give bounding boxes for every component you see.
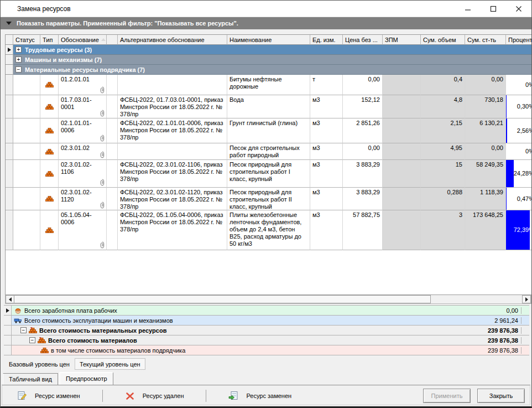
apply-button[interactable]: Применить	[423, 389, 471, 403]
header-price[interactable]: Цена без ...	[343, 35, 383, 45]
name-cell[interactable]: Битумы нефтяные дорожные	[227, 75, 310, 95]
name-cell[interactable]: Плиты железобетонные ленточных фундамент…	[227, 210, 310, 250]
basis-code: 02.3.01.02-1120	[61, 189, 92, 203]
alt-basis-cell[interactable]	[118, 75, 227, 95]
group-row-machines[interactable]: + Машины и механизмы (7)	[6, 55, 531, 65]
percent-label: 0,30%	[517, 103, 531, 110]
unit-cell[interactable]: м3	[310, 143, 343, 160]
unit-cell[interactable]: т	[310, 75, 343, 95]
alt-basis-cell[interactable]: ФСБЦ-2022, 02.3.01.02-1106, приказ Минст…	[118, 160, 227, 188]
group-row-labor[interactable]: + Трудовые ресурсы (3)	[6, 45, 531, 55]
name-cell[interactable]: Грунт глинистый (глина)	[227, 118, 310, 143]
basis-cell[interactable]: 02.3.01.02	[59, 143, 107, 160]
unit-cell[interactable]: м3	[310, 188, 343, 210]
unit-cell[interactable]: м3	[310, 210, 343, 250]
titlebar[interactable]: Замена ресурсов	[1, 1, 531, 17]
basis-cell[interactable]: 01.2.01.01	[59, 75, 107, 95]
material-bricks-icon	[45, 148, 54, 155]
price-cell[interactable]: 152,12	[343, 95, 383, 118]
price-cell[interactable]: 3 883,29	[343, 188, 383, 210]
scrollbar-track[interactable]	[431, 295, 522, 303]
price-cell[interactable]: 0,00	[343, 75, 383, 95]
name-cell[interactable]: Песок природный для строительных работ I…	[227, 188, 310, 210]
basis-cell[interactable]: 02.3.01.02-1120	[59, 188, 107, 210]
sum-cost-cell: 173 648,25	[465, 210, 506, 250]
header-alt-basis[interactable]: Альтернативное обоснование	[118, 35, 227, 45]
unit-cell[interactable]: м3	[310, 160, 343, 188]
header-sum-volume[interactable]: Сум. объем	[421, 35, 465, 45]
header-basis[interactable]: Обоснование	[59, 35, 107, 45]
total-material-resources-row[interactable]: − Σ Всего стоимость материальных ресурсо…	[4, 326, 529, 335]
total-value: 2 961,24	[422, 317, 521, 324]
filter-parameters-bar[interactable]: Показать параметры. Примененный фильтр: …	[1, 17, 531, 29]
resource-row[interactable]: 01.7.03.01-0001 ФСБЦ-2022, 01.7.03.01-00…	[6, 95, 531, 118]
close-dialog-button[interactable]: Закрыть	[477, 389, 525, 403]
expand-button[interactable]: +	[15, 47, 22, 53]
name-cell[interactable]: Песок для строительных работ природный	[227, 143, 310, 160]
collapse-button[interactable]: −	[20, 327, 27, 333]
header-zpm[interactable]: ЗПМ	[383, 35, 421, 45]
tab-base-price-level[interactable]: Базовый уровень цен	[4, 358, 75, 370]
resource-row[interactable]: 01.2.01.01 Битумы нефтяные дорожные т 0,…	[6, 75, 531, 95]
total-materials-row[interactable]: − Σ Всего стоимость материалов 239 876,3…	[4, 335, 529, 345]
alt-basis-cell[interactable]: ФСБЦ-2022, 02.1.01.01-0006, приказ Минст…	[118, 118, 227, 143]
tab-table-view[interactable]: Табличный вид	[3, 373, 58, 385]
basis-cell[interactable]: 02.3.01.02-1106	[59, 160, 107, 188]
scroll-left-button[interactable]	[6, 295, 14, 303]
unit-cell[interactable]: м3	[310, 95, 343, 118]
legend-resource-replaced: Ресурс заменен	[228, 391, 291, 401]
header-type[interactable]: Тип	[40, 35, 59, 45]
header-attachment[interactable]	[107, 35, 118, 45]
basis-cell[interactable]: 05.1.05.04-0006	[59, 210, 107, 250]
name-cell[interactable]: Вода	[227, 95, 310, 118]
collapse-button[interactable]: −	[15, 66, 22, 73]
price-cell[interactable]: 0,00	[343, 143, 383, 160]
header-unit[interactable]: Ед. изм.	[310, 35, 343, 45]
alt-basis-cell[interactable]: ФСБЦ-2022, 02.3.01.02-1120, приказ Минст…	[118, 188, 227, 210]
total-wages-row[interactable]: Всего заработная плата рабочих 0,00	[4, 306, 529, 316]
collapse-button[interactable]: −	[29, 337, 35, 343]
zpm-cell	[383, 210, 421, 250]
alt-basis-cell[interactable]	[118, 143, 227, 160]
scroll-right-button[interactable]	[522, 295, 531, 303]
close-button[interactable]	[506, 1, 531, 17]
minimize-button[interactable]	[455, 1, 481, 17]
total-machines-row[interactable]: Всего стоимость эксплуатации машин и мех…	[4, 316, 529, 326]
header-sum-cost[interactable]: Сум. ст-ть	[465, 35, 506, 45]
header-percent[interactable]: Процент с	[506, 35, 531, 45]
price-cell[interactable]: 3 883,29	[343, 160, 383, 188]
basis-cell[interactable]: 02.1.01.01-0006	[59, 118, 107, 143]
sum-volume-cell: 4,8	[421, 95, 465, 118]
total-contractor-materials-row[interactable]: в том числе стоимость материалов подрядч…	[4, 345, 529, 355]
resource-row[interactable]: 05.1.05.04-0006 ФСБЦ-2022, 05.1.05.04-00…	[6, 210, 531, 250]
zpm-cell	[383, 143, 421, 160]
sum-cost-cell: 1 118,39	[465, 188, 506, 210]
tab-preview[interactable]: Предпросмотр	[59, 372, 113, 385]
percent-label: 2,56%	[517, 127, 531, 135]
alt-basis-cell[interactable]: ФСБЦ-2022, 05.1.05.04-0006, приказ Минст…	[118, 210, 227, 250]
percent-bar	[506, 160, 514, 187]
resource-row[interactable]: 02.3.01.02 Песок для строительных работ …	[6, 143, 531, 160]
basis-code: 02.1.01.01-0006	[61, 120, 92, 133]
status-cell	[13, 95, 40, 118]
scrollbar-thumb[interactable]	[14, 295, 431, 303]
resource-row[interactable]: 02.3.01.02-1106 ФСБЦ-2022, 02.3.01.02-11…	[6, 160, 531, 188]
group-row-materials[interactable]: − Материальные ресурсы подрядчика (7)	[6, 65, 531, 75]
horizontal-scrollbar[interactable]	[5, 295, 531, 304]
resource-row[interactable]: 02.1.01.01-0006 ФСБЦ-2022, 02.1.01.01-00…	[6, 118, 531, 143]
basis-cell[interactable]: 01.7.03.01-0001	[59, 95, 107, 118]
price-cell[interactable]: 2 851,26	[343, 118, 383, 143]
expand-button[interactable]: +	[15, 56, 22, 63]
header-name[interactable]: Наименование	[227, 35, 310, 45]
resource-row[interactable]: 02.3.01.02-1120 ФСБЦ-2022, 02.3.01.02-11…	[6, 188, 531, 210]
zpm-cell	[383, 188, 421, 210]
type-cell	[40, 210, 59, 250]
header-status[interactable]: Статус	[13, 35, 40, 45]
grid-empty-area	[6, 250, 531, 295]
tab-current-price-level[interactable]: Текущий уровень цен	[75, 358, 145, 370]
price-cell[interactable]: 57 882,75	[343, 210, 383, 250]
maximize-button[interactable]	[481, 1, 506, 17]
name-cell[interactable]: Песок природный для строительных работ I…	[227, 160, 310, 188]
unit-cell[interactable]: м3	[310, 118, 343, 143]
alt-basis-cell[interactable]: ФСБЦ-2022, 01.7.03.01-0001, приказ Минст…	[118, 95, 227, 118]
